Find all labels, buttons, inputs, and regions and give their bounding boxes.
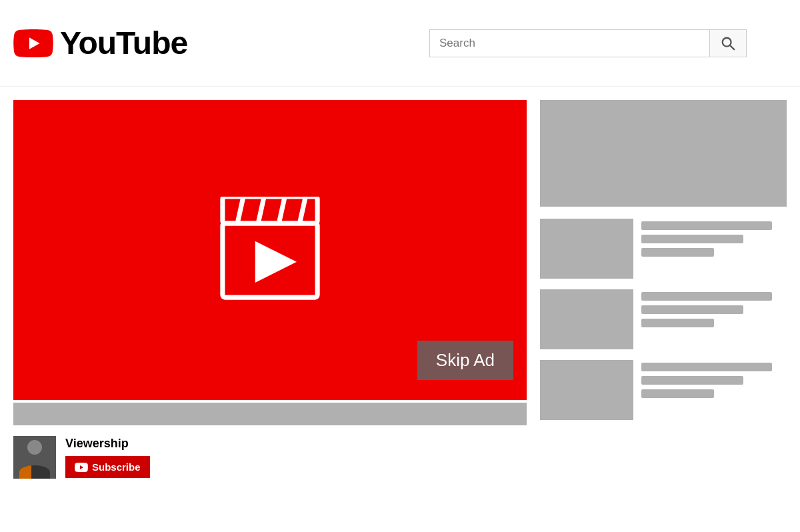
channel-avatar [13, 436, 56, 479]
left-column: Skip Ad Viewership Subscribe [13, 100, 527, 532]
avatar-body [19, 465, 50, 479]
subscribe-button[interactable]: Subscribe [65, 456, 150, 478]
search-input[interactable] [429, 29, 709, 57]
rec-title-line-3 [641, 292, 772, 301]
rec-thumbnail-2 [540, 289, 633, 349]
rec-meta-line-2 [641, 319, 714, 327]
rec-title-line-2 [641, 235, 743, 243]
rec-title-line-5 [641, 363, 772, 371]
youtube-logo-icon [13, 29, 53, 57]
logo-area: YouTube [13, 25, 187, 61]
rec-meta-line-1 [641, 248, 714, 257]
avatar-head [27, 440, 42, 455]
channel-row: Viewership Subscribe [13, 436, 527, 479]
svg-line-1 [730, 45, 734, 49]
rec-item-3[interactable] [540, 360, 787, 420]
rec-item-1[interactable] [540, 219, 787, 279]
youtube-wordmark: YouTube [60, 25, 187, 61]
skip-ad-button[interactable]: Skip Ad [417, 341, 513, 380]
search-area [429, 29, 747, 57]
svg-marker-8 [255, 241, 297, 283]
rec-title-line-6 [641, 376, 743, 385]
rec-info-3 [641, 360, 787, 398]
youtube-small-icon [75, 463, 88, 472]
search-icon [721, 36, 735, 51]
video-progress-bar[interactable] [13, 403, 527, 425]
recommended-list [540, 219, 787, 420]
rec-thumbnail-1 [540, 219, 633, 279]
top-ad-banner [540, 100, 787, 207]
svg-line-6 [299, 197, 305, 223]
channel-info: Viewership Subscribe [65, 437, 150, 478]
rec-title-line-1 [641, 221, 772, 230]
search-button[interactable] [709, 29, 747, 57]
film-clapper-icon [210, 197, 330, 303]
rec-title-line-4 [641, 305, 743, 314]
rec-meta-line-3 [641, 389, 714, 398]
header: YouTube [0, 0, 800, 87]
right-column [540, 100, 787, 532]
svg-line-4 [258, 197, 264, 223]
video-player[interactable]: Skip Ad [13, 100, 527, 400]
main-content: Skip Ad Viewership Subscribe [0, 87, 800, 532]
svg-line-5 [279, 197, 285, 223]
rec-info-2 [641, 289, 787, 327]
svg-line-3 [237, 197, 243, 223]
rec-thumbnail-3 [540, 360, 633, 420]
subscribe-label: Subscribe [92, 461, 141, 473]
rec-info-1 [641, 219, 787, 257]
rec-item-2[interactable] [540, 289, 787, 349]
channel-name: Viewership [65, 437, 150, 451]
